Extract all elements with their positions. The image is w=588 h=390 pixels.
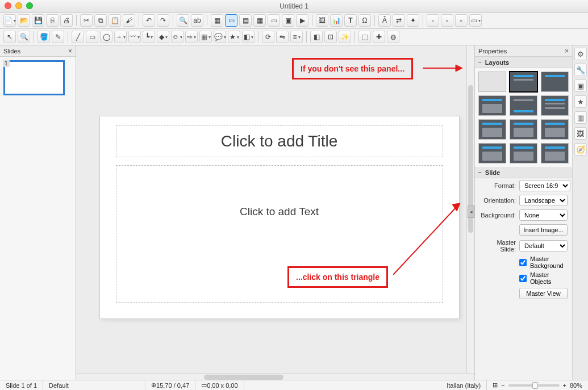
open-button[interactable]: 📂 (18, 14, 30, 27)
select-tool[interactable]: ↖ (3, 31, 16, 43)
redo-button[interactable]: ↷ (157, 14, 169, 27)
paste-button[interactable]: 📋 (109, 14, 121, 27)
insert-special-char-button[interactable]: Ω (358, 14, 371, 27)
filter-tool[interactable]: ✨ (339, 31, 351, 43)
interaction-button[interactable]: ✦ (407, 14, 419, 27)
print-button[interactable]: 🖨 (60, 14, 73, 27)
align-left-button[interactable]: ▫ (427, 14, 439, 27)
zoom-slider[interactable] (508, 384, 560, 387)
curve-tool[interactable]: 〰 (128, 31, 141, 43)
title-placeholder[interactable]: Click to add Title (116, 125, 443, 157)
new-button[interactable]: 📄 (3, 14, 16, 27)
flip-tool[interactable]: ⇋ (276, 31, 289, 43)
hyperlink-button[interactable]: ⇄ (393, 14, 405, 27)
find-button[interactable]: 🔍 (177, 14, 189, 27)
rect-tool[interactable]: ▭ (86, 31, 98, 43)
minimize-window-icon[interactable] (15, 2, 22, 9)
master-background-checkbox[interactable] (519, 259, 527, 266)
zoom-value[interactable]: 80% (570, 382, 582, 389)
spellcheck-button[interactable]: ab (191, 14, 203, 27)
tab-properties-icon[interactable]: 🔧 (574, 64, 587, 76)
tab-master-slides-icon[interactable]: ▥ (574, 111, 587, 124)
copy-button[interactable]: ⧉ (94, 14, 107, 27)
align-right-button[interactable]: ▫ (455, 14, 468, 27)
view-sorter-button[interactable]: ▦ (253, 14, 266, 27)
slide-section-header[interactable]: − Slide (475, 167, 572, 178)
master-slide-select[interactable]: Default (519, 240, 568, 251)
extrusion-tool[interactable]: ◍ (387, 31, 399, 43)
insert-image-button[interactable]: Insert Image... (519, 224, 568, 236)
vertical-scrollbar[interactable]: ◂ (466, 45, 474, 373)
basic-shapes-tool[interactable]: ◆ (157, 31, 169, 43)
zoom-window-icon[interactable] (26, 2, 33, 9)
points-tool[interactable]: ⬚ (358, 31, 371, 43)
callout-tool[interactable]: 💬 (214, 31, 226, 43)
insert-slide-button[interactable]: ▭ (268, 14, 280, 27)
layout-c[interactable] (541, 119, 569, 140)
zoom-in-button[interactable]: + (563, 382, 566, 389)
undo-button[interactable]: ↶ (143, 14, 155, 27)
fontwork-button[interactable]: Ā (378, 14, 391, 27)
fill-color-button[interactable]: 🪣 (37, 31, 50, 43)
cut-button[interactable]: ✂ (80, 14, 93, 27)
close-icon[interactable]: × (565, 47, 569, 55)
layouts-section-header[interactable]: − Layouts (475, 57, 572, 68)
tab-slide-transition-icon[interactable]: ▣ (574, 79, 587, 92)
insert-chart-button[interactable]: 📊 (330, 14, 343, 27)
3d-tool[interactable]: ◧ (242, 31, 255, 43)
format-select[interactable]: Screen 16:9 (519, 180, 570, 191)
layout-f[interactable] (541, 143, 569, 163)
block-arrows-tool[interactable]: ⇨ (185, 31, 198, 43)
layout-b[interactable] (510, 119, 537, 140)
symbol-shapes-tool[interactable]: ☺ (171, 31, 184, 43)
layout-e[interactable] (510, 143, 537, 163)
zoom-tool[interactable]: 🔍 (18, 31, 30, 43)
layout-a[interactable] (478, 119, 506, 140)
stars-tool[interactable]: ★ (228, 31, 240, 43)
orientation-select[interactable]: Landscape (519, 195, 568, 206)
grid-button[interactable]: ▦ (211, 14, 223, 27)
tab-gallery-icon[interactable]: 🖼 (574, 127, 587, 140)
layout-title-content[interactable] (510, 72, 537, 92)
background-select[interactable]: None (519, 209, 568, 221)
shadow-tool[interactable]: ◧ (310, 31, 323, 43)
align-center-button[interactable]: ▫ (441, 14, 453, 27)
layout-d[interactable] (478, 143, 506, 163)
clone-format-button[interactable]: 🖌 (123, 14, 135, 27)
insert-text-button[interactable]: T (344, 14, 357, 27)
export-pdf-button[interactable]: ⎘ (46, 14, 59, 27)
layout-content-title[interactable] (510, 95, 537, 116)
layout-blank[interactable] (478, 72, 506, 92)
rotate-tool[interactable]: ⟳ (262, 31, 274, 43)
distribute-tool[interactable]: ≡ (290, 31, 303, 43)
arrow-tool[interactable]: → (114, 31, 127, 43)
master-button[interactable]: ▣ (282, 14, 294, 27)
ellipse-tool[interactable]: ◯ (100, 31, 112, 43)
gluepoints-tool[interactable]: ✚ (373, 31, 385, 43)
crop-tool[interactable]: ⊡ (324, 31, 337, 43)
connector-tool[interactable]: ┗ (143, 31, 155, 43)
sidebar-expand-triangle[interactable]: ◂ (468, 206, 474, 218)
arrange-button[interactable]: ▭ (469, 14, 482, 27)
fit-page-icon[interactable]: ⊞ (493, 381, 498, 389)
line-color-button[interactable]: ✎ (52, 31, 64, 43)
master-objects-checkbox[interactable] (519, 275, 527, 282)
layout-title-2content[interactable] (541, 95, 569, 116)
view-normal-button[interactable]: ▭ (225, 14, 237, 27)
flowchart-tool[interactable]: ▦ (199, 31, 212, 43)
layout-two-content[interactable] (478, 95, 506, 116)
sidebar-settings-icon[interactable]: ⚙ (574, 48, 587, 60)
insert-image-button[interactable]: 🖼 (316, 14, 328, 27)
zoom-out-button[interactable]: − (501, 382, 504, 389)
master-view-button[interactable]: Master View (519, 288, 568, 299)
view-outline-button[interactable]: ▤ (239, 14, 252, 27)
tab-navigator-icon[interactable]: 🧭 (574, 143, 587, 156)
close-window-icon[interactable] (5, 2, 11, 9)
close-icon[interactable]: × (68, 47, 72, 55)
tab-animation-icon[interactable]: ★ (574, 95, 587, 108)
save-button[interactable]: 💾 (32, 14, 44, 27)
slide-thumbnail[interactable]: 1 (3, 60, 72, 95)
slideshow-button[interactable]: ▶ (296, 14, 308, 27)
line-tool[interactable]: ╱ (72, 31, 84, 43)
layout-title-only[interactable] (541, 72, 569, 92)
